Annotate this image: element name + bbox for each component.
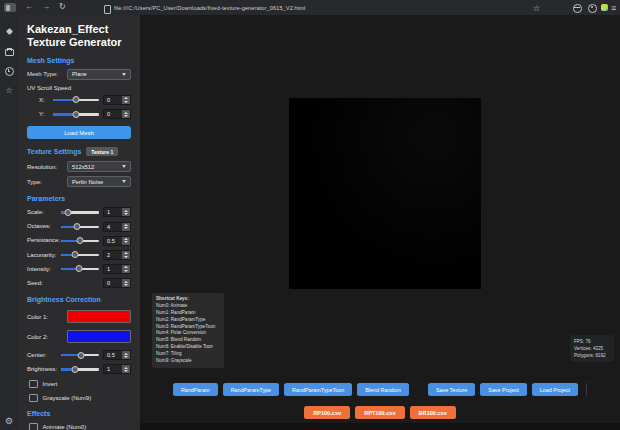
sidebar-toggle-inner (6, 5, 10, 11)
shortcut-line: Num4: Polar Conversion (156, 330, 220, 337)
settings-gear-icon[interactable]: ⚙ (5, 417, 13, 425)
brightness-input[interactable]: 1 (103, 364, 131, 374)
lacunarity-input[interactable]: 2 (103, 250, 131, 260)
color2-picker[interactable] (67, 330, 131, 343)
spinner-icon[interactable] (122, 351, 130, 359)
randparam-button[interactable]: RandParam (173, 383, 218, 396)
uv-x-input[interactable]: 0 (103, 95, 131, 105)
sidebar-toggle-icon[interactable] (4, 3, 16, 12)
intensity-value: 1 (104, 266, 122, 272)
menu-icon[interactable]: ≡ (611, 3, 616, 13)
csv-button-row: RP100.csv RPT100.csv BR100.csv (140, 406, 620, 419)
extension-icon[interactable] (601, 4, 608, 11)
render-canvas[interactable] (289, 98, 481, 289)
persistence-label: Persistance: (27, 237, 61, 244)
tools-icon[interactable] (5, 28, 12, 35)
rpt100-csv-button[interactable]: RPT100.csv (355, 406, 404, 419)
reload-icon[interactable]: ↻ (59, 3, 66, 11)
randparamtypetoon-button[interactable]: RandParamTypeToon (284, 383, 352, 396)
spinner-icon[interactable] (122, 110, 130, 118)
scale-slider[interactable] (61, 208, 99, 217)
lacunarity-slider[interactable] (61, 250, 99, 259)
persistence-slider[interactable] (61, 236, 99, 245)
uv-y-label: Y: (39, 111, 53, 118)
octaves-slider[interactable] (61, 222, 99, 231)
chevron-down-icon (122, 165, 126, 168)
load-mesh-button[interactable]: Load Mesh (27, 126, 131, 139)
viewport-area: Shortcut Keys: Num0: Animate Num1: RandP… (140, 15, 620, 430)
profile-icon[interactable] (588, 4, 597, 13)
spinner-icon[interactable] (122, 279, 130, 287)
seed-input[interactable]: 0 (103, 278, 131, 288)
mesh-type-label: Mesh Type: (27, 71, 67, 77)
page-title: Kakezan_Effect Texture Generator (27, 23, 131, 49)
spinner-icon[interactable] (122, 251, 130, 259)
center-label: Center: (27, 352, 61, 359)
spinner-icon[interactable] (122, 208, 130, 216)
shortcut-line: Num6: Enable/Disable Toon (156, 344, 220, 351)
spinner-icon[interactable] (122, 96, 130, 104)
history-icon[interactable] (5, 67, 14, 76)
uv-y-slider[interactable] (53, 110, 99, 119)
spinner-icon[interactable] (122, 237, 130, 245)
lacunarity-label: Lacunarity: (27, 252, 61, 259)
animate-label: Animate (Num0) (43, 424, 87, 430)
octaves-input[interactable]: 4 (103, 222, 131, 232)
globe-icon[interactable] (573, 4, 582, 13)
rp100-csv-button[interactable]: RP100.csv (304, 406, 350, 419)
texture-tab-1[interactable]: Texture 1 (86, 147, 118, 156)
vertices-value: Vertices: 4225 (574, 345, 610, 352)
resolution-value: 512x512 (72, 164, 94, 170)
intensity-input[interactable]: 1 (103, 264, 131, 274)
brightness-slider[interactable] (61, 365, 99, 374)
noise-type-select[interactable]: Perlin Noise (67, 176, 131, 187)
color1-picker[interactable] (67, 310, 131, 323)
shortcut-line: Num7: Tiling (156, 351, 220, 358)
save-texture-button[interactable]: Save Texture (428, 383, 475, 396)
scale-input[interactable]: 1 (103, 207, 131, 217)
mesh-type-value: Plane (72, 71, 87, 77)
center-input[interactable]: 0.5 (103, 350, 131, 360)
effects-header: Effects (27, 410, 131, 417)
resolution-select[interactable]: 512x512 (67, 161, 131, 172)
address-bar[interactable]: file:///C:/Users/PC_User/Downloads/fixed… (114, 5, 305, 11)
uv-x-label: X: (39, 97, 53, 104)
mesh-type-select[interactable]: Plane (67, 69, 131, 80)
action-button-row: RandParam RandParamType RandParamTypeToo… (140, 383, 620, 396)
invert-checkbox-row[interactable]: Invert (27, 380, 131, 389)
shortcut-line: Num0: Animate (156, 303, 220, 310)
grayscale-checkbox-row[interactable]: Grayscale (Num9) (27, 394, 131, 403)
noise-type-value: Perlin Noise (72, 179, 103, 185)
randparamtype-button[interactable]: RandParamType (223, 383, 279, 396)
animate-checkbox-row[interactable]: Animate (Num0) (27, 423, 131, 430)
shortcut-keys-overlay: Shortcut Keys: Num0: Animate Num1: RandP… (152, 293, 224, 368)
spinner-icon[interactable] (122, 365, 130, 373)
center-slider[interactable] (61, 351, 99, 360)
grayscale-checkbox[interactable] (29, 394, 38, 403)
blend-random-button[interactable]: Blend Random (357, 383, 409, 396)
uv-x-value: 0 (104, 97, 122, 103)
bookmark-star-icon[interactable]: ☆ (533, 4, 540, 13)
back-icon[interactable]: ← (25, 3, 33, 11)
uv-y-input[interactable]: 0 (103, 109, 131, 119)
uv-x-slider[interactable] (53, 96, 99, 105)
chevron-down-icon (122, 180, 126, 183)
uv-scroll-label: UV Scroll Speed (27, 85, 131, 91)
br100-csv-button[interactable]: BR100.csv (410, 406, 456, 419)
animate-checkbox[interactable] (29, 423, 38, 430)
invert-checkbox[interactable] (29, 380, 38, 389)
save-project-button[interactable]: Save Project (480, 383, 527, 396)
parameters-header: Parameters (27, 195, 131, 202)
intensity-slider[interactable] (61, 265, 99, 274)
load-project-button[interactable]: Load Project (532, 383, 578, 396)
bookmarks-icon[interactable]: ☆ (5, 87, 12, 95)
spinner-icon[interactable] (122, 223, 130, 231)
browser-toolbar: ← → ↻ file:///C:/Users/PC_User/Downloads… (0, 0, 620, 15)
mesh-settings-header: Mesh Settings (27, 57, 131, 64)
control-panel: Kakezan_Effect Texture Generator Mesh Se… (18, 15, 140, 430)
forward-icon[interactable]: → (42, 3, 50, 11)
wallet-icon[interactable] (5, 49, 14, 56)
seed-label: Seed: (27, 280, 61, 287)
spinner-icon[interactable] (122, 265, 130, 273)
persistence-input[interactable]: 0.5 (103, 236, 131, 246)
